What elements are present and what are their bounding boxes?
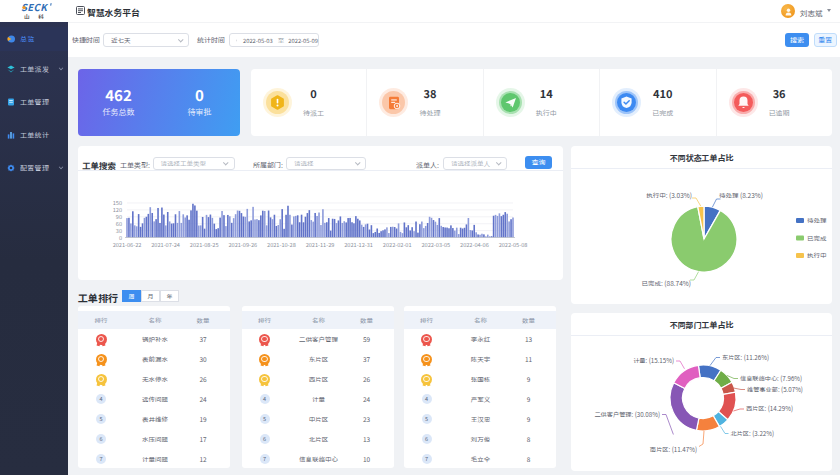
svg-text:已完成: 已完成 (807, 233, 827, 243)
svg-text:2022-02-01: 2022-02-01 (383, 241, 412, 249)
svg-text:南片区: (11.47%): 南片区: (11.47%) (650, 445, 697, 454)
svg-text:已完成: (88.74%): 已完成: (88.74%) (642, 278, 691, 288)
svg-text:山: 山 (24, 13, 30, 21)
svg-text:2021-10-28: 2021-10-28 (267, 241, 296, 249)
svg-text:2021-06-22: 2021-06-22 (113, 241, 142, 249)
svg-text:2022-03-05: 2022-03-05 (421, 241, 450, 249)
svg-text:待处理: 待处理 (807, 215, 827, 225)
svg-text:2021-07-24: 2021-07-24 (151, 241, 180, 249)
svg-text:2021-09-26: 2021-09-26 (228, 241, 257, 249)
svg-text:维管事业部: (5.07%): 维管事业部: (5.07%) (747, 385, 803, 394)
svg-text:2022-04-06: 2022-04-06 (460, 241, 489, 249)
svg-text:待处理 (8.23%): 待处理 (8.23%) (719, 190, 763, 200)
svg-text:执行中: (3.03%): 执行中: (3.03%) (646, 190, 692, 200)
svg-text:2022-05-08: 2022-05-08 (499, 241, 528, 249)
svg-text:科: 科 (38, 13, 44, 21)
svg-text:二供客户管理: (30.08%): 二供客户管理: (30.08%) (594, 410, 660, 419)
svg-text:信息联络中心: (7.96%): 信息联络中心: (7.96%) (740, 374, 802, 383)
svg-text:2021-11-29: 2021-11-29 (306, 241, 335, 249)
svg-text:北片区: (3.22%): 北片区: (3.22%) (731, 429, 775, 438)
svg-text:计量: (15.15%): 计量: (15.15%) (633, 356, 674, 365)
svg-text:2021-08-25: 2021-08-25 (190, 241, 219, 249)
svg-text:西片区: (14.29%): 西片区: (14.29%) (746, 404, 793, 413)
svg-text:东片区: (11.26%): 东片区: (11.26%) (722, 353, 769, 362)
svg-text:2021-12-31: 2021-12-31 (344, 241, 373, 249)
svg-text:执行中: 执行中 (807, 250, 827, 260)
